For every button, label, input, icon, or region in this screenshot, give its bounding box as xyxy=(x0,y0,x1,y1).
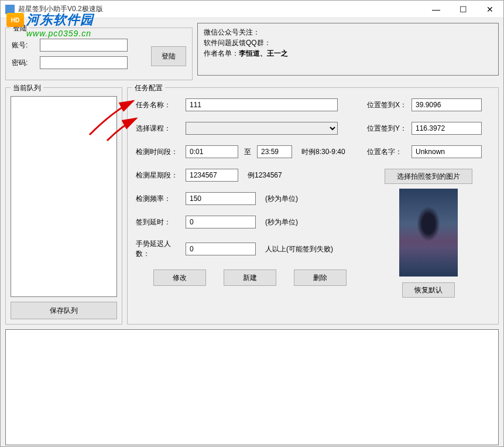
info-line2: 软件问题反馈QQ群： xyxy=(204,37,492,48)
task-name-label: 任务名称： xyxy=(136,100,180,110)
time-to-input[interactable] xyxy=(257,145,292,158)
time-label: 检测时间段： xyxy=(136,147,180,157)
queue-list[interactable] xyxy=(11,96,117,297)
info-line3-prefix: 作者名单： xyxy=(204,49,239,57)
delay-label: 签到延时： xyxy=(136,217,180,227)
window-title: 超星签到小助手V0.2极速版 xyxy=(18,4,103,14)
loc-x-label: 位置签到X： xyxy=(367,100,408,110)
log-box[interactable] xyxy=(5,329,499,445)
photo-preview xyxy=(399,189,458,277)
freq-input[interactable] xyxy=(186,192,256,205)
time-from-input[interactable] xyxy=(186,145,238,158)
select-photo-button[interactable]: 选择拍照签到的图片 xyxy=(385,169,472,184)
gesture-input[interactable] xyxy=(186,243,256,255)
week-input[interactable] xyxy=(186,169,238,182)
loc-x-input[interactable] xyxy=(412,98,482,111)
password-input[interactable] xyxy=(40,56,128,69)
gesture-hint: 人以上(可能签到失败) xyxy=(265,244,333,254)
delete-button[interactable]: 删除 xyxy=(294,269,347,286)
maximize-button[interactable]: ☐ xyxy=(450,1,476,18)
modify-button[interactable]: 修改 xyxy=(153,269,206,286)
delay-input[interactable] xyxy=(186,216,256,228)
info-line3-authors: 李恒道、王一之 xyxy=(239,49,288,57)
freq-label: 检测频率： xyxy=(136,194,180,204)
queue-group: 当前队列 保存队列 xyxy=(5,87,122,325)
course-label: 选择课程： xyxy=(136,124,180,134)
task-group: 任务配置 任务名称： 选择课程： xyxy=(127,87,499,325)
info-box: 微信公众号关注： 软件问题反馈QQ群： 作者名单：李恒道、王一之 xyxy=(197,23,499,76)
restore-default-button[interactable]: 恢复默认 xyxy=(402,282,455,298)
course-select[interactable] xyxy=(186,122,338,135)
password-label: 密码: xyxy=(12,58,35,68)
info-line1: 微信公众号关注： xyxy=(204,27,492,37)
week-hint: 例1234567 xyxy=(248,170,282,180)
titlebar: 超星签到小助手V0.2极速版 — ☐ ✕ xyxy=(1,1,503,18)
queue-group-title: 当前队列 xyxy=(11,83,43,93)
week-label: 检测星期段： xyxy=(136,170,180,180)
time-hint: 时例8:30-9:40 xyxy=(301,147,345,157)
save-queue-button[interactable]: 保存队列 xyxy=(11,302,117,319)
gesture-label: 手势延迟人数： xyxy=(136,239,180,259)
time-to-label: 至 xyxy=(244,147,251,157)
freq-hint: (秒为单位) xyxy=(265,194,298,204)
loc-name-label: 位置名字： xyxy=(367,147,408,157)
account-input[interactable] xyxy=(40,39,128,52)
new-button[interactable]: 新建 xyxy=(224,269,276,286)
loc-y-input[interactable] xyxy=(412,122,482,135)
task-group-title: 任务配置 xyxy=(132,83,165,93)
app-icon xyxy=(5,5,15,14)
delay-hint: (秒为单位) xyxy=(265,217,298,227)
close-button[interactable]: ✕ xyxy=(476,1,503,18)
task-name-input[interactable] xyxy=(186,98,338,111)
login-button[interactable]: 登陆 xyxy=(151,46,186,66)
login-group-title: 登陆 xyxy=(11,23,29,33)
login-group: 登陆 账号: 密码: 登陆 xyxy=(5,28,193,80)
loc-y-label: 位置签到Y： xyxy=(367,124,408,134)
account-label: 账号: xyxy=(12,40,35,50)
minimize-button[interactable]: — xyxy=(423,1,450,18)
loc-name-input[interactable] xyxy=(412,145,482,158)
